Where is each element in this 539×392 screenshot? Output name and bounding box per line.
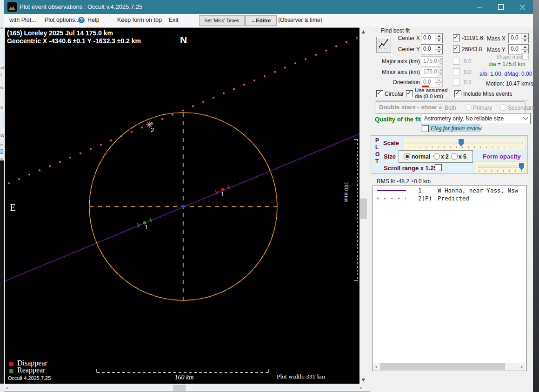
background-text-fragment: t bbox=[0, 73, 2, 77]
plot-vertical-scrollbar[interactable]: ▲ ▼ bbox=[359, 27, 367, 384]
scroll-left-arrow[interactable]: ‹ bbox=[4, 385, 10, 392]
include-miss-checkbox[interactable] bbox=[454, 90, 461, 97]
plot-controls-panel: P L O T Scale Size normal x 2 x 5 Form o… bbox=[371, 135, 528, 174]
close-icon bbox=[519, 4, 526, 10]
background-text-fragment: a bbox=[0, 26, 3, 30]
menu-help[interactable]: Help bbox=[87, 17, 100, 23]
track-dot bbox=[202, 101, 204, 103]
flag-review-checkbox[interactable] bbox=[422, 125, 429, 132]
observer-time-label[interactable]: {Observer & time} bbox=[278, 17, 322, 23]
horizontal-scroll-thumb[interactable] bbox=[173, 385, 186, 391]
scale-slider-thumb[interactable] bbox=[459, 139, 464, 146]
use-assumed-checkbox[interactable] bbox=[406, 90, 413, 97]
minor-axis-value: 175.0 bbox=[421, 67, 439, 77]
spinner-up-button[interactable] bbox=[521, 45, 528, 49]
minor-axis-label: Minor axis (km) bbox=[377, 69, 420, 75]
spinner-down-button[interactable] bbox=[521, 38, 528, 43]
minimize-button[interactable] bbox=[469, 0, 490, 14]
spinner-up-button[interactable] bbox=[521, 33, 528, 38]
spinner-up-button[interactable] bbox=[435, 45, 442, 49]
close-button[interactable] bbox=[512, 0, 533, 14]
spinner-down-button[interactable] bbox=[435, 38, 442, 43]
plot-area[interactable]: (165) Loreley 2025 Jul 14 175.0 km Geoce… bbox=[5, 27, 360, 384]
track-dot bbox=[192, 105, 194, 107]
track-dot bbox=[274, 71, 276, 73]
track-dot bbox=[172, 114, 173, 116]
editor-button[interactable]: →Editor bbox=[245, 15, 277, 26]
track-dot bbox=[264, 75, 266, 77]
plot-title-line2: Geocentric X -4340.6 ±0.1 Y -1632.3 ±0.2… bbox=[7, 37, 141, 45]
dia-text: dia = 175.0 km bbox=[486, 61, 528, 67]
observation-swatch-dots bbox=[377, 198, 406, 199]
track-dot bbox=[39, 169, 40, 171]
fit-y-checkbox[interactable] bbox=[453, 46, 460, 53]
background-window-sliver: aaltbn02e55 bbox=[0, 0, 4, 392]
scale-slider[interactable] bbox=[404, 138, 526, 150]
list-scroll-thumb[interactable] bbox=[380, 363, 505, 370]
observation-row[interactable]: 2(P)Predicted bbox=[373, 195, 526, 202]
observation-id: 1 bbox=[418, 187, 438, 194]
occult-window: aaltbn02e55 Plot event observations : Oc… bbox=[0, 0, 539, 392]
major-axis-value: 175.0 bbox=[421, 57, 439, 66]
track-dot bbox=[335, 45, 337, 47]
fit-minor-checkbox bbox=[453, 68, 460, 75]
center-x-value: 0.0 bbox=[421, 33, 435, 43]
list-scroll-left-arrow[interactable]: ‹ bbox=[373, 363, 379, 370]
maximize-button[interactable] bbox=[490, 0, 512, 14]
title-bar: Plot event observations : Occult v.4.202… bbox=[4, 0, 533, 14]
menu-plot-options[interactable]: Plot options... bbox=[45, 17, 80, 23]
menu-with-plot[interactable]: with Plot... bbox=[9, 17, 36, 23]
center-x-spinner[interactable]: 0.0 bbox=[421, 33, 443, 43]
plot-horizontal-scrollbar[interactable]: ‹ › bbox=[4, 385, 364, 392]
right-panel: Find best fit Center X 0.0 -11191.6 Mass… bbox=[370, 27, 533, 392]
form-opacity-slider[interactable] bbox=[475, 161, 527, 173]
size-x2-radio[interactable] bbox=[433, 153, 440, 159]
plot-letter-o: O bbox=[375, 151, 379, 158]
track-dot bbox=[223, 93, 225, 94]
observation-list[interactable]: 1W Hanna, near Yass, Nsw2(P)Predicted ‹ … bbox=[372, 186, 527, 371]
background-dark-area bbox=[0, 160, 4, 384]
circular-label: Circular bbox=[385, 91, 404, 97]
find-best-fit-group: Find best fit Center X 0.0 -11191.6 Mass… bbox=[375, 31, 529, 101]
scroll-down-arrow[interactable]: ▼ bbox=[359, 378, 367, 382]
major-axis-label: Major axis (km) bbox=[377, 58, 420, 65]
menu-keep-on-top[interactable]: Keep form on top bbox=[117, 17, 162, 23]
mass-x-spinner[interactable]: 0.0 bbox=[508, 33, 529, 43]
scroll-right-arrow[interactable]: › bbox=[358, 385, 364, 392]
mass-x-label: Mass X bbox=[487, 35, 506, 42]
plot-canvas bbox=[5, 28, 359, 384]
run-fit-button[interactable] bbox=[376, 37, 391, 53]
spinner-up-button[interactable] bbox=[435, 33, 442, 38]
flag-review-row: Flag for future review bbox=[421, 124, 480, 132]
orientation-unc-value: 0.0 bbox=[464, 79, 472, 86]
plot-width-label: Plot width: 331 km bbox=[256, 373, 325, 380]
mass-y-label: Mass Y bbox=[487, 47, 506, 53]
minor-axis-spinner: 175.0 bbox=[421, 67, 443, 77]
observation-row[interactable]: 1W Hanna, near Yass, Nsw bbox=[373, 187, 526, 194]
form-opacity-slider-thumb[interactable] bbox=[519, 163, 524, 170]
menu-exit[interactable]: Exit bbox=[169, 17, 179, 23]
vertical-scroll-thumb[interactable] bbox=[360, 199, 367, 219]
observation-id: 2(P) bbox=[418, 195, 438, 202]
mass-x-value: 0.0 bbox=[509, 33, 521, 43]
fit-x-checkbox[interactable] bbox=[453, 34, 460, 41]
spinner-down-button[interactable] bbox=[435, 49, 442, 54]
set-miss-times-button[interactable]: Set 'Miss' Times bbox=[199, 15, 245, 26]
observation-rows: 1W Hanna, near Yass, Nsw2(P)Predicted bbox=[373, 187, 526, 202]
minimize-icon bbox=[477, 7, 482, 7]
list-scroll-right-arrow[interactable]: › bbox=[519, 363, 525, 370]
ab-dmag-text: a/b: 1.00, dMag: 0.00 bbox=[479, 71, 529, 77]
size-x5-radio[interactable] bbox=[451, 153, 458, 159]
track-dot bbox=[182, 109, 184, 111]
scroll-range-checkbox[interactable] bbox=[435, 164, 442, 171]
list-horizontal-scrollbar[interactable]: ‹ › bbox=[373, 363, 525, 370]
plot-letter-t: T bbox=[375, 158, 379, 165]
scroll-up-arrow[interactable]: ▲ bbox=[359, 29, 367, 34]
circular-checkbox[interactable] bbox=[376, 90, 383, 97]
size-x2-label: x 2 bbox=[441, 153, 449, 160]
desktop-background-strip bbox=[533, 0, 539, 392]
size-normal-radio[interactable] bbox=[404, 153, 410, 159]
center-y-spinner[interactable]: 0.0 bbox=[421, 44, 443, 54]
track-dot bbox=[346, 41, 347, 43]
quality-dropdown[interactable]: Astrometry only. No reliable size bbox=[421, 113, 531, 124]
